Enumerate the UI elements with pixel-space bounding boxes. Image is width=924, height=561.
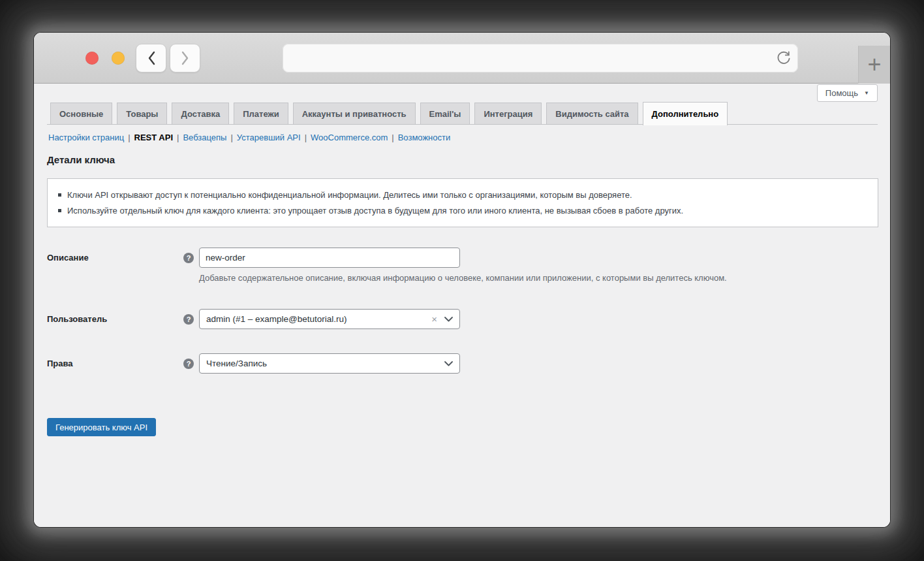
chevron-left-icon (147, 51, 156, 65)
subnav-features[interactable]: Возможности (398, 133, 451, 142)
tab-payments[interactable]: Платежи (234, 103, 288, 124)
question-mark-icon: ? (187, 315, 191, 323)
help-button-label: Помощь (825, 88, 858, 98)
form-row-description: Описание ? (47, 248, 460, 268)
api-keys-notice: Ключи API открывают доступ к потенциальн… (47, 178, 878, 227)
browser-window: + Помощь ▼ Основные Товары Доставка Плат… (34, 33, 890, 527)
plus-icon: + (867, 53, 881, 76)
subnav-woocommerce-com[interactable]: WooCommerce.com (311, 133, 388, 142)
settings-page: Помощь ▼ Основные Товары Доставка Платеж… (34, 84, 890, 527)
permissions-select[interactable]: Чтение/Запись (199, 353, 460, 374)
minimize-window-button[interactable] (112, 52, 125, 65)
user-select-value: admin (#1 – example@betutorial.ru) (206, 314, 431, 324)
browser-titlebar: + (34, 33, 890, 84)
question-mark-icon: ? (187, 360, 191, 368)
subnav-separator: | (230, 133, 232, 142)
clear-icon[interactable]: × (431, 314, 437, 324)
forward-button[interactable] (170, 44, 200, 72)
notice-text: Ключи API открывают доступ к потенциальн… (67, 190, 632, 200)
page-title: Детали ключа (47, 154, 115, 165)
address-bar (283, 44, 798, 72)
tab-site-visibility[interactable]: Видимость сайта (546, 103, 638, 124)
tab-advanced[interactable]: Дополнительно (643, 102, 728, 125)
help-tip-icon[interactable]: ? (183, 314, 194, 325)
notice-text: Используйте отдельный ключ для каждого к… (67, 206, 683, 216)
generate-api-key-button[interactable]: Генерировать ключ API (47, 418, 156, 436)
form-row-permissions: Права ? Чтение/Запись (47, 353, 460, 374)
reload-button[interactable] (775, 49, 793, 67)
tab-shipping[interactable]: Доставка (172, 103, 229, 124)
device-frame: + Помощь ▼ Основные Товары Доставка Плат… (0, 0, 924, 561)
subnav-separator: | (177, 133, 179, 142)
permissions-label: Права (47, 359, 183, 368)
tab-integration[interactable]: Интеграция (474, 103, 542, 124)
tab-products[interactable]: Товары (117, 103, 167, 124)
user-label: Пользователь (47, 314, 183, 324)
tab-accounts-privacy[interactable]: Аккаунты и приватность (293, 103, 416, 124)
subnav-legacy-api[interactable]: Устаревший API (237, 133, 301, 142)
subnav-separator: | (305, 133, 307, 142)
form-row-user: Пользователь ? admin (#1 – example@betut… (47, 309, 460, 329)
tab-emails[interactable]: Email'ы (420, 103, 470, 124)
subnav-webhooks[interactable]: Вебзацепы (183, 133, 226, 142)
new-tab-button[interactable]: + (858, 46, 890, 84)
subsection-nav: Настройки страниц | REST API | Вебзацепы… (48, 133, 450, 142)
question-mark-icon: ? (187, 254, 191, 262)
user-select[interactable]: admin (#1 – example@betutorial.ru) × (199, 309, 460, 329)
subnav-separator: | (392, 133, 393, 142)
description-hint: Добавьте содержательное описание, включа… (199, 273, 727, 283)
chevron-right-icon (181, 51, 190, 65)
notice-item: Используйте отдельный ключ для каждого к… (58, 206, 867, 216)
chevron-down-icon (444, 317, 453, 322)
chevron-down-icon (444, 361, 453, 366)
permissions-select-value: Чтение/Запись (206, 359, 444, 368)
help-tip-icon[interactable]: ? (183, 253, 194, 263)
tab-general[interactable]: Основные (50, 103, 112, 124)
description-label: Описание (47, 253, 183, 263)
help-button[interactable]: Помощь ▼ (817, 84, 878, 102)
settings-tabs: Основные Товары Доставка Платежи Аккаунт… (50, 103, 728, 125)
reload-icon (775, 50, 792, 67)
notice-item: Ключи API открывают доступ к потенциальн… (58, 190, 867, 200)
address-input[interactable] (283, 44, 798, 72)
subnav-separator: | (128, 133, 130, 142)
caret-down-icon: ▼ (864, 90, 869, 96)
bullet-icon (58, 209, 61, 212)
subnav-page-setup[interactable]: Настройки страниц (48, 133, 124, 142)
bullet-icon (58, 193, 61, 197)
subnav-rest-api[interactable]: REST API (134, 133, 173, 142)
help-tip-icon[interactable]: ? (183, 359, 194, 369)
back-button[interactable] (136, 44, 166, 72)
description-input[interactable] (199, 248, 460, 268)
close-window-button[interactable] (85, 52, 99, 65)
